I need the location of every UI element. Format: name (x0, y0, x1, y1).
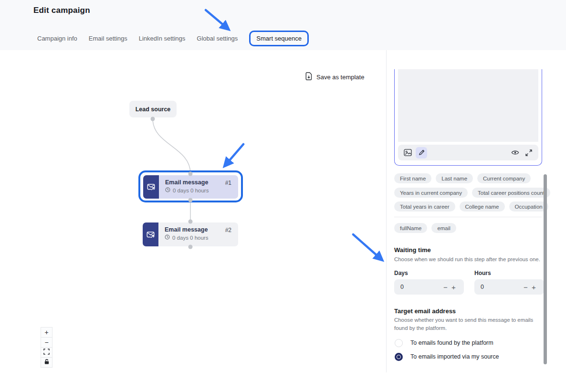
minus-icon: − (44, 339, 48, 346)
tab-smart-sequence[interactable]: Smart sequence (249, 31, 309, 46)
email-step-node-2[interactable]: Email message 0 days 0 hours #2 (143, 222, 238, 246)
radio-option-label: To emails found by the platform (410, 339, 493, 346)
hours-value: 0 (481, 284, 522, 290)
variable-chip[interactable]: Years in current company (394, 188, 468, 198)
clock-icon (165, 187, 170, 193)
insert-image-button[interactable] (402, 147, 413, 159)
annotation-arrow-node (229, 144, 243, 161)
panel-divider (386, 50, 387, 372)
edit-text-button[interactable] (416, 147, 427, 159)
connection-handle[interactable] (189, 172, 193, 176)
step-node-body: Email message 0 days 0 hours #1 (159, 175, 238, 199)
email-send-icon (143, 222, 158, 246)
radio-selected-icon[interactable] (395, 353, 403, 361)
message-editor-card (394, 69, 542, 166)
flow-connectors (0, 0, 387, 334)
step-node-body: Email message 0 days 0 hours #2 (158, 222, 238, 246)
fit-view-button[interactable] (41, 347, 52, 358)
days-label: Days (394, 270, 408, 276)
connection-handle[interactable] (189, 245, 193, 249)
target-email-title: Target email address (394, 307, 456, 315)
waiting-time-title: Waiting time (394, 246, 431, 254)
variable-chip[interactable]: First name (394, 173, 431, 183)
variable-chip[interactable]: College name (460, 201, 505, 212)
connection-handle[interactable] (189, 220, 193, 224)
hours-increment-button[interactable]: + (530, 283, 538, 291)
chips-divider (394, 217, 542, 217)
email-send-icon (143, 175, 159, 199)
variable-chip[interactable]: Total years in career (394, 201, 455, 212)
hours-decrement-button[interactable]: − (522, 283, 530, 291)
zoom-in-button[interactable]: + (41, 327, 52, 338)
hours-label: Hours (474, 270, 491, 276)
variable-chip[interactable]: Current company (477, 173, 531, 183)
tab-global-settings[interactable]: Global settings (197, 35, 238, 42)
zoom-out-button[interactable]: − (41, 337, 52, 348)
variable-chip[interactable]: Occupation (509, 201, 548, 212)
panel-scrollbar-thumb[interactable] (544, 174, 547, 364)
step-index-badge: #1 (225, 180, 231, 186)
preview-eye-button[interactable] (509, 147, 521, 159)
tab-linkedin-settings[interactable]: LinkedIn settings (139, 35, 186, 42)
tab-campaign-info[interactable]: Campaign info (37, 35, 77, 42)
radio-option-imported-emails[interactable]: To emails imported via my source (395, 352, 499, 361)
lead-source-node[interactable]: Lead source (129, 101, 177, 117)
variable-chip-row: First nameLast nameCurrent company (394, 173, 531, 183)
radio-option-label: To emails imported via my source (410, 353, 499, 360)
hours-stepper[interactable]: 0 − + (474, 279, 544, 295)
lead-source-label: Lead source (136, 106, 171, 113)
annotation-arrow-panel (353, 234, 377, 256)
target-email-description: Choose whether you want to send this mes… (394, 316, 545, 332)
days-decrement-button[interactable]: − (441, 283, 450, 291)
variable-chip[interactable]: Total career positions count (472, 188, 550, 198)
radio-unselected-icon[interactable] (395, 339, 403, 347)
message-editor-area[interactable] (398, 69, 538, 142)
clock-icon (165, 234, 170, 241)
connection-handle[interactable] (189, 198, 193, 202)
editor-toolbar (398, 145, 538, 160)
fit-view-icon (43, 349, 50, 356)
smart-sequence-page: Edit campaign Campaign infoEmail setting… (0, 0, 566, 392)
email-step-node-1[interactable]: Email message 0 days 0 hours #1 (143, 175, 238, 199)
page-header: Edit campaign Campaign infoEmail setting… (0, 0, 566, 50)
tab-email-settings[interactable]: Email settings (89, 35, 127, 42)
waiting-time-description: Choose when we should run this step afte… (394, 255, 546, 264)
step-index-badge: #2 (225, 227, 231, 233)
variable-chip[interactable]: Last name (436, 173, 473, 183)
lock-icon (44, 359, 50, 366)
page-title: Edit campaign (33, 6, 90, 15)
variable-chip[interactable]: email (431, 223, 456, 233)
canvas-zoom-controls: + − (41, 328, 52, 368)
step-timing: 0 days 0 hours (173, 188, 209, 193)
days-value: 0 (400, 284, 441, 290)
connection-handle[interactable] (151, 117, 155, 121)
days-stepper[interactable]: 0 − + (394, 279, 464, 295)
expand-editor-button[interactable] (523, 147, 535, 159)
save-as-template-label: Save as template (316, 74, 364, 81)
days-increment-button[interactable]: + (450, 283, 458, 291)
custom-chips: fullNameemail (394, 223, 456, 233)
save-as-template-button[interactable]: Save as template (305, 72, 364, 82)
plus-icon: + (44, 328, 48, 336)
variable-chip-row: Years in current companyTotal career pos… (394, 188, 550, 198)
variable-chip-row: Total years in careerCollege nameOccupat… (394, 201, 548, 212)
radio-option-platform-emails[interactable]: To emails found by the platform (395, 338, 493, 348)
lock-button[interactable] (41, 357, 52, 368)
tab-bar: Campaign infoEmail settingsLinkedIn sett… (37, 30, 309, 47)
variable-chip[interactable]: fullName (394, 223, 427, 233)
save-template-icon (305, 72, 312, 82)
step-timing: 0 days 0 hours (172, 235, 208, 241)
